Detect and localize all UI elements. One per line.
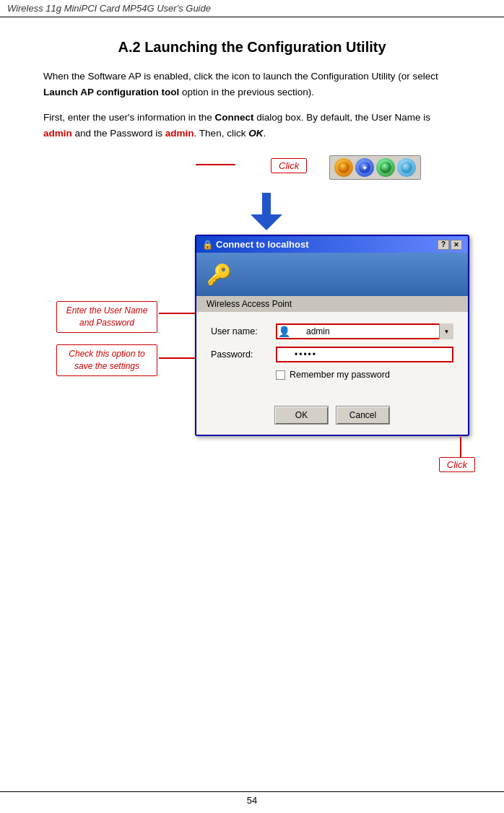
diagram-area: Click ✦ bbox=[43, 151, 461, 436]
para1-end: option in the previous section). bbox=[179, 87, 314, 97]
click-bottom-arrow-v bbox=[460, 437, 461, 457]
titlebar-left: 🔒 Connect to localhost bbox=[202, 239, 309, 250]
section-title: A.2 Launching the Configuration Utility bbox=[43, 39, 461, 56]
username-input[interactable]: 👤 admin bbox=[276, 323, 453, 339]
password-input-wrapper: ••••• bbox=[276, 347, 453, 362]
icon-green bbox=[376, 158, 395, 177]
annotation-2-label: Check this option to save the settings bbox=[56, 344, 157, 376]
dialog-help-button[interactable]: ? bbox=[438, 240, 449, 250]
page-number: 54 bbox=[247, 795, 257, 806]
dialog-close-button[interactable]: ✕ bbox=[451, 240, 462, 250]
titlebar-buttons: ? ✕ bbox=[438, 240, 462, 250]
annotation-1-box: Enter the User Name and Password bbox=[56, 301, 157, 333]
username-icon: 👤 bbox=[278, 326, 290, 337]
remember-label: Remember my password bbox=[290, 370, 390, 380]
icon-lightblue bbox=[397, 158, 416, 177]
click-bottom-label: Click bbox=[439, 457, 475, 472]
icon-orange bbox=[334, 158, 353, 177]
para2-mid: dialog box. By default, the User Name is bbox=[253, 112, 430, 123]
main-content: A.2 Launching the Configuration Utility … bbox=[0, 17, 504, 479]
paragraph-2: First, enter the user's information in t… bbox=[43, 110, 461, 141]
dialog-titlebar: 🔒 Connect to localhost ? ✕ bbox=[196, 236, 468, 253]
remember-checkbox-row: Remember my password bbox=[276, 370, 453, 380]
ap-label-text: Wireless Access Point bbox=[207, 299, 292, 309]
connect-dialog: 🔒 Connect to localhost ? ✕ 🔑 bbox=[195, 235, 461, 436]
down-arrow bbox=[72, 193, 461, 230]
click-bottom-wrapper: Click bbox=[439, 437, 475, 472]
annotation-2-box: Check this option to save the settings bbox=[56, 344, 157, 376]
para2-mid2: and the Password is bbox=[72, 128, 165, 139]
username-label: User name: bbox=[211, 326, 276, 336]
annotation-1-label: Enter the User Name and Password bbox=[56, 301, 157, 333]
icon-strip: ✦ bbox=[235, 155, 421, 180]
para2-period: . bbox=[263, 128, 266, 139]
annotation-1-arrow bbox=[159, 313, 195, 314]
svg-point-4 bbox=[401, 162, 412, 173]
dialog-title: Connect to localhost bbox=[216, 239, 309, 250]
remember-checkbox[interactable] bbox=[276, 370, 285, 380]
dialog-buttons: OK Cancel bbox=[196, 400, 468, 435]
ap-label: Wireless Access Point bbox=[196, 296, 468, 312]
para1-bold: Launch AP configuration tool bbox=[43, 87, 179, 97]
svg-point-0 bbox=[338, 162, 349, 173]
para2-end: . Then, click bbox=[194, 128, 249, 139]
click-top-arrow-h bbox=[196, 164, 235, 165]
para2-admin2: admin bbox=[165, 128, 194, 139]
dialog-banner: 🔑 bbox=[196, 253, 468, 296]
svg-point-3 bbox=[380, 162, 391, 173]
username-input-wrapper: 👤 admin ▼ bbox=[276, 323, 453, 339]
para2-connect: Connect bbox=[214, 112, 253, 123]
svg-marker-6 bbox=[251, 214, 282, 230]
titlebar-icon: 🔒 bbox=[202, 240, 213, 250]
para2-ok: OK bbox=[248, 128, 263, 139]
para1-text: When the Software AP is enabled, click t… bbox=[43, 71, 438, 82]
header-text: Wireless 11g MiniPCI Card MP54G User's G… bbox=[7, 3, 211, 14]
password-input[interactable]: ••••• bbox=[276, 347, 453, 362]
svg-rect-5 bbox=[262, 193, 271, 214]
footer-bar: 54 bbox=[0, 791, 504, 806]
annotation-2-arrow bbox=[159, 357, 195, 359]
dialog-form: User name: 👤 admin ▼ Password bbox=[196, 312, 468, 400]
keys-icon: 🔑 bbox=[207, 263, 232, 287]
password-value: ••••• bbox=[295, 349, 317, 360]
username-group: User name: 👤 admin ▼ bbox=[211, 323, 453, 339]
username-value: admin bbox=[306, 326, 330, 336]
password-group: Password: ••••• bbox=[211, 347, 453, 362]
icon-blue: ✦ bbox=[355, 158, 374, 177]
header-bar: Wireless 11g MiniPCI Card MP54G User's G… bbox=[0, 0, 504, 17]
ok-button[interactable]: OK bbox=[274, 406, 329, 425]
dialog-section: Enter the User Name and Password Check t… bbox=[43, 235, 461, 436]
svg-text:✦: ✦ bbox=[362, 164, 368, 172]
para2-admin1: admin bbox=[43, 128, 72, 139]
username-dropdown[interactable]: ▼ bbox=[439, 323, 453, 339]
cancel-button[interactable]: Cancel bbox=[336, 406, 390, 425]
para2-start: First, enter the user's information in t… bbox=[43, 112, 214, 123]
password-label: Password: bbox=[211, 349, 276, 360]
paragraph-1: When the Software AP is enabled, click t… bbox=[43, 69, 461, 100]
